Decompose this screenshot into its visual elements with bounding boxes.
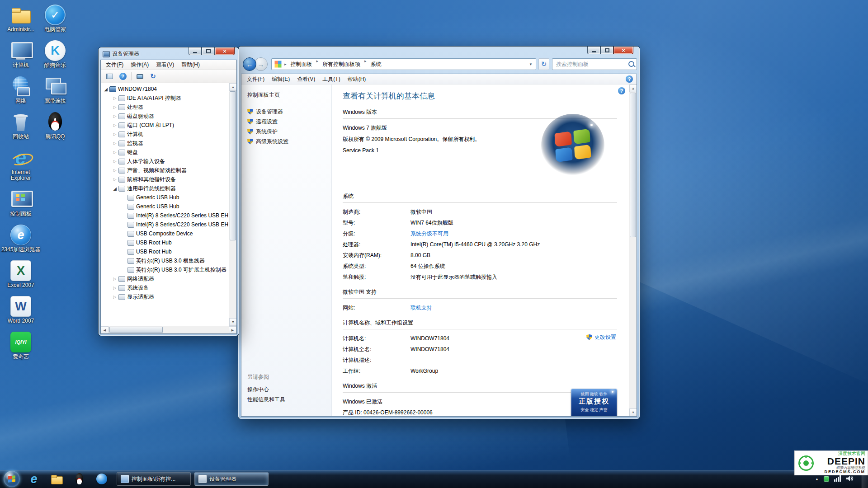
- desktop-icon-broadband[interactable]: 宽带连接: [35, 76, 75, 104]
- tree-expander-icon[interactable]: ▷: [112, 114, 118, 118]
- desktop-icon-excel[interactable]: XExcel 2007: [1, 260, 41, 288]
- help-button[interactable]: [117, 71, 128, 82]
- desktop-icon-ie[interactable]: eInternet Explorer: [1, 147, 41, 181]
- horizontal-scrollbar[interactable]: [101, 326, 236, 333]
- tree-expander-icon[interactable]: ▷: [112, 132, 118, 136]
- minimize-button[interactable]: [587, 47, 600, 54]
- sidebar-see-also-item[interactable]: 操作中心: [247, 385, 285, 394]
- sidebar-task[interactable]: 远程设置: [247, 117, 331, 127]
- tree-item[interactable]: ▷监视器: [101, 139, 229, 148]
- vertical-scrollbar[interactable]: [629, 84, 637, 416]
- tree-item[interactable]: ▷鼠标和其他指针设备: [101, 175, 229, 184]
- tree-item[interactable]: 英特尔(R) USB 3.0 可扩展主机控制器: [101, 265, 229, 274]
- taskbar-button[interactable]: 控制面板\所有控...: [117, 472, 191, 486]
- tree-item[interactable]: Generic USB Hub: [101, 193, 229, 202]
- breadcrumb-item[interactable]: 所有控制面板项: [319, 59, 363, 70]
- desktop-icon-iqiyi[interactable]: iQIYI爱奇艺: [1, 332, 41, 360]
- tree-item[interactable]: Intel(R) 8 Series/C220 Series USB EH: [101, 211, 229, 220]
- help-icon[interactable]: [618, 87, 625, 94]
- desktop-icon-controlpanel[interactable]: 控制面板: [1, 189, 41, 217]
- tree-item[interactable]: Intel(R) 8 Series/C220 Series USB EH: [101, 220, 229, 229]
- desktop-icon-computer[interactable]: 计算机: [1, 40, 41, 68]
- menu-item[interactable]: 文件(F): [243, 74, 268, 84]
- scroll-right-button[interactable]: [229, 326, 236, 334]
- tree-expander-icon[interactable]: ▷: [112, 123, 118, 127]
- network-tray-icon[interactable]: [834, 475, 841, 483]
- menu-item[interactable]: 编辑(E): [268, 74, 293, 84]
- tree-item[interactable]: USB Composite Device: [101, 229, 229, 238]
- breadcrumb-item[interactable]: 系统: [368, 59, 385, 70]
- desktop-icon-qq[interactable]: 腾讯QQ: [35, 112, 75, 140]
- console-pane-button[interactable]: [104, 71, 115, 82]
- breadcrumb-item[interactable]: 控制面板: [288, 59, 316, 70]
- refresh-button[interactable]: [538, 58, 549, 70]
- sidebar-task[interactable]: 系统保护: [247, 127, 331, 136]
- antivirus-tray-icon[interactable]: [824, 476, 829, 482]
- scroll-left-button[interactable]: [101, 326, 108, 334]
- show-hidden-icons-button[interactable]: [815, 477, 819, 481]
- info-value[interactable]: 系统分级不可用: [410, 230, 448, 238]
- scrollbar-thumb[interactable]: [109, 327, 163, 333]
- desktop-icon-network[interactable]: 网络: [1, 76, 41, 104]
- help-icon[interactable]: [626, 75, 633, 83]
- menu-item[interactable]: 文件(F): [102, 60, 127, 70]
- menu-item[interactable]: 帮助(H): [344, 74, 370, 84]
- taskbar-button[interactable]: 设备管理器: [194, 472, 269, 486]
- scan-hardware-button[interactable]: [134, 71, 146, 82]
- close-button[interactable]: [613, 47, 633, 54]
- maximize-button[interactable]: [600, 47, 613, 54]
- tree-expander-icon[interactable]: ▷: [112, 295, 118, 299]
- info-value[interactable]: 联机支持: [410, 304, 432, 312]
- tree-expander-icon[interactable]: ▷: [112, 105, 118, 109]
- tree-item[interactable]: ▷网络适配器: [101, 274, 229, 283]
- tree-expander-icon[interactable]: ▷: [112, 150, 118, 155]
- change-settings-link[interactable]: 更改设置: [586, 333, 616, 341]
- sidebar-task[interactable]: 高级系统设置: [247, 136, 331, 146]
- vertical-scrollbar[interactable]: [229, 83, 236, 326]
- tree-expander-icon[interactable]: ▷: [112, 277, 118, 281]
- tree-item[interactable]: ◢WINDOW71804: [101, 84, 229, 94]
- sidebar-see-also-item[interactable]: 性能信息和工具: [247, 394, 285, 404]
- tree-item[interactable]: USB Root Hub: [101, 247, 229, 256]
- desktop-icon-pcmanager[interactable]: ✓电脑管家: [35, 5, 75, 33]
- scroll-down-button[interactable]: [229, 318, 237, 326]
- refresh-button[interactable]: [147, 71, 159, 82]
- change-settings-label[interactable]: 更改设置: [594, 333, 616, 341]
- tree-item[interactable]: ▷系统设备: [101, 283, 229, 292]
- back-button[interactable]: [243, 57, 256, 71]
- scrollbar-thumb[interactable]: [230, 91, 236, 240]
- tree-expander-icon[interactable]: ▷: [112, 177, 118, 182]
- tree-item[interactable]: ▷声音、视频和游戏控制器: [101, 166, 229, 175]
- sidebar-item-control-panel-home[interactable]: 控制面板主页: [247, 91, 331, 99]
- internet-explorer-icon[interactable]: [27, 472, 41, 486]
- tree-expander-icon[interactable]: ◢: [112, 186, 118, 191]
- tree-item[interactable]: ▷键盘: [101, 148, 229, 157]
- tree-item[interactable]: ▷磁盘驱动器: [101, 112, 229, 121]
- tree-item[interactable]: ▷计算机: [101, 130, 229, 139]
- scroll-down-button[interactable]: [629, 408, 637, 416]
- tree-expander-icon[interactable]: ▷: [112, 159, 118, 164]
- volume-tray-icon[interactable]: [846, 475, 854, 483]
- maximize-button[interactable]: [202, 47, 215, 55]
- menu-item[interactable]: 查看(V): [152, 60, 178, 70]
- device-manager-titlebar[interactable]: 设备管理器: [103, 50, 139, 58]
- desktop-icon-admin[interactable]: Administr...: [1, 5, 41, 33]
- tree-item[interactable]: ▷端口 (COM 和 LPT): [101, 121, 229, 130]
- menu-item[interactable]: 帮助(H): [178, 60, 203, 70]
- qq-icon[interactable]: [72, 472, 86, 486]
- desktop-icon-word[interactable]: WWord 2007: [1, 296, 41, 324]
- browser-icon[interactable]: [95, 472, 108, 486]
- tree-expander-icon[interactable]: ▷: [112, 286, 118, 290]
- tree-item[interactable]: Generic USB Hub: [101, 202, 229, 211]
- tree-expander-icon[interactable]: ◢: [103, 87, 109, 92]
- tree-expander-icon[interactable]: ▷: [112, 141, 118, 145]
- scrollbar-track[interactable]: [108, 326, 229, 333]
- explorer-icon[interactable]: [50, 472, 63, 486]
- desktop-icon-recycle[interactable]: 回收站: [1, 112, 41, 140]
- search-icon[interactable]: [627, 59, 637, 69]
- tree-expander-icon[interactable]: ▷: [112, 168, 118, 173]
- desktop-icon-kugou[interactable]: K酷狗音乐: [35, 40, 75, 68]
- tree-item[interactable]: ▷IDE ATA/ATAPI 控制器: [101, 94, 229, 103]
- menu-item[interactable]: 工具(T): [319, 74, 344, 84]
- sidebar-task[interactable]: 设备管理器: [247, 107, 331, 117]
